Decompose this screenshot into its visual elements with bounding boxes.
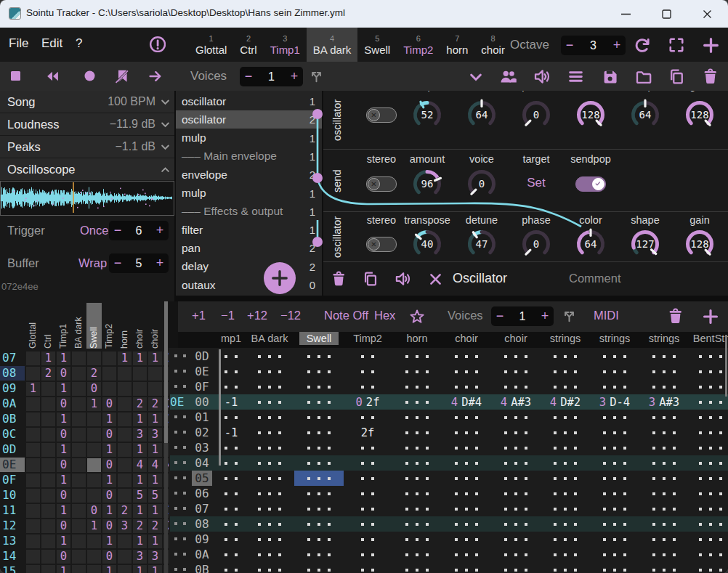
octave-plus-button[interactable]: + — [608, 38, 626, 53]
delete-instrument-icon[interactable] — [702, 68, 719, 85]
pattern-cell[interactable]: 1 — [102, 474, 116, 487]
note-cell[interactable] — [245, 532, 294, 547]
note-cell[interactable] — [639, 455, 689, 471]
add-track-plus-icon[interactable] — [702, 308, 719, 325]
note-cell[interactable] — [686, 486, 728, 501]
note-cell[interactable] — [541, 410, 590, 425]
note-cell[interactable] — [392, 516, 442, 532]
note-cell[interactable] — [590, 516, 639, 532]
pattern-cell[interactable]: 0 — [57, 397, 70, 411]
copy-unit-icon[interactable] — [363, 271, 379, 287]
note-cell[interactable] — [294, 349, 344, 364]
pattern-cell[interactable]: 1 — [148, 565, 162, 573]
pattern-cell[interactable] — [72, 474, 86, 487]
note-cell[interactable] — [392, 547, 442, 562]
chevron-up-icon[interactable] — [155, 164, 174, 175]
pattern-cell[interactable]: 1 — [133, 413, 147, 426]
pattern-cell[interactable]: 3 — [133, 428, 147, 442]
note-cell[interactable] — [639, 562, 689, 573]
note-cell[interactable] — [686, 455, 728, 471]
pattern-cell[interactable] — [72, 443, 86, 457]
note-cell[interactable]: 4D#2 — [541, 394, 590, 410]
pattern-column-header-horn[interactable]: horn — [117, 303, 132, 349]
pattern-cell[interactable]: 1 — [118, 351, 132, 365]
note-cell[interactable]: 3A#3 — [639, 394, 689, 410]
note-cell[interactable] — [639, 410, 689, 425]
note-cell[interactable] — [590, 349, 639, 364]
pattern-cell[interactable]: 2 — [133, 519, 147, 533]
note-cell[interactable] — [491, 364, 541, 379]
note-cell[interactable] — [686, 440, 728, 455]
pattern-cell[interactable] — [87, 489, 101, 503]
note-cell[interactable] — [541, 486, 590, 501]
note-cell[interactable] — [442, 349, 491, 364]
pattern-cell[interactable] — [72, 428, 86, 442]
note-off-button[interactable]: Note Off — [324, 309, 368, 322]
note-cell[interactable] — [392, 364, 442, 379]
unit-comment-field[interactable]: Comment — [569, 272, 621, 285]
pattern-cell[interactable]: 2 — [133, 397, 147, 411]
note-cell[interactable] — [343, 501, 392, 516]
octave-minus-button[interactable]: − — [561, 38, 578, 53]
note-cell[interactable] — [686, 501, 728, 516]
midi-button[interactable]: MIDI — [594, 309, 619, 322]
pattern-cell[interactable] — [26, 519, 40, 533]
note-split-voices-icon[interactable] — [562, 308, 577, 323]
knob-detune[interactable]: 64 — [464, 97, 500, 132]
pattern-cell[interactable]: 1 — [133, 504, 147, 518]
list-menu-icon[interactable] — [567, 68, 584, 85]
note-cell[interactable] — [294, 562, 344, 573]
pattern-cell[interactable] — [133, 367, 147, 381]
pattern-cell[interactable] — [41, 474, 55, 487]
pattern-cell[interactable] — [87, 428, 101, 442]
note-cell[interactable] — [442, 379, 491, 394]
note-cell[interactable] — [392, 425, 442, 440]
unit-list-item-9[interactable]: delay2 — [176, 258, 322, 276]
pattern-cell[interactable]: 0 — [57, 367, 70, 381]
voices-minus-button[interactable]: − — [240, 69, 257, 84]
transpose-plus12-button[interactable]: +12 — [247, 309, 267, 322]
note-cell[interactable] — [442, 410, 491, 425]
pattern-cell[interactable]: 1 — [148, 504, 162, 518]
knob-transpose[interactable]: 40 — [409, 227, 445, 261]
note-cell[interactable] — [639, 440, 689, 455]
note-cell[interactable] — [541, 532, 590, 547]
note-cell[interactable] — [541, 364, 590, 379]
pattern-cell[interactable]: 1 — [102, 443, 116, 457]
transpose-plus1-button[interactable]: +1 — [192, 309, 206, 322]
pattern-cell[interactable]: 2 — [41, 367, 55, 381]
unit-list-item-8[interactable]: pan2 — [176, 239, 322, 257]
note-cell[interactable] — [686, 562, 728, 573]
note-cell[interactable] — [686, 364, 728, 379]
pattern-cell[interactable] — [133, 382, 147, 396]
note-cell[interactable] — [392, 349, 442, 364]
note-cell[interactable] — [442, 532, 491, 547]
hex-toggle-button[interactable]: Hex — [374, 309, 395, 322]
note-cell[interactable] — [639, 486, 689, 501]
alert-icon[interactable] — [149, 36, 166, 52]
pattern-cell[interactable] — [26, 474, 40, 487]
pattern-cell[interactable] — [26, 443, 40, 457]
note-cell[interactable] — [639, 547, 689, 562]
pattern-cell[interactable]: 1 — [133, 565, 147, 573]
note-cell[interactable] — [294, 364, 344, 379]
note-cell[interactable] — [245, 410, 294, 425]
toggle-stereo-off[interactable]: ✕ — [366, 176, 397, 192]
pattern-cell[interactable]: 1 — [57, 504, 70, 518]
note-cell[interactable] — [541, 425, 590, 440]
pattern-cell[interactable] — [26, 504, 40, 518]
delete-unit-icon[interactable] — [331, 271, 347, 287]
pattern-cell[interactable] — [26, 428, 40, 442]
note-cell[interactable] — [392, 501, 442, 516]
note-cell[interactable]: 2f — [343, 425, 392, 440]
pattern-cell[interactable]: 1 — [148, 351, 162, 365]
pattern-cell[interactable]: 1 — [57, 413, 70, 426]
pattern-cell[interactable] — [118, 474, 132, 487]
note-cell[interactable] — [245, 394, 294, 410]
note-cell[interactable] — [686, 425, 728, 440]
knob-phase[interactable]: 0 — [518, 97, 554, 132]
pattern-cell[interactable] — [118, 428, 132, 442]
knob-color[interactable]: 64 — [573, 227, 609, 261]
note-cell[interactable] — [639, 364, 689, 379]
note-cell[interactable] — [245, 440, 294, 455]
